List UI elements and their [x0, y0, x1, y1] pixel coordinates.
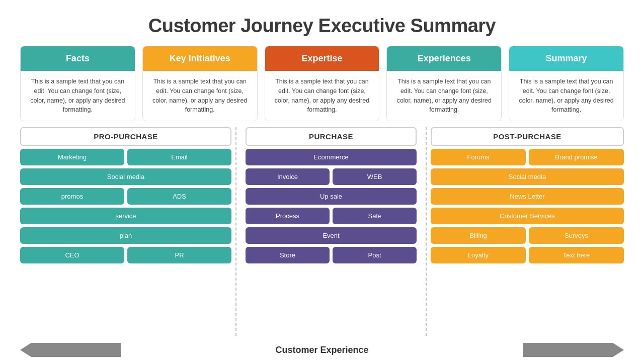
svg-marker-1 — [523, 343, 624, 357]
purchase-section: PURCHASE EcommerceInvoiceWEBUp saleProce… — [240, 127, 422, 336]
btn-pro_purchase-2-1[interactable]: ADS — [127, 188, 231, 205]
btn-post_purchase-2-0[interactable]: News Letter — [431, 188, 624, 205]
btn-post_purchase-3-0[interactable]: Customer Services — [431, 208, 624, 224]
svg-marker-0 — [20, 343, 121, 357]
pro_purchase-row-1: Social media — [20, 168, 231, 185]
card-experiences: Experiences This is a sample text that y… — [386, 46, 502, 121]
btn-purchase-0-0[interactable]: Ecommerce — [246, 149, 417, 165]
btn-pro_purchase-0-1[interactable]: Email — [127, 149, 231, 165]
btn-pro_purchase-4-0[interactable]: plan — [20, 227, 231, 244]
card-header-summary: Summary — [509, 46, 623, 71]
arrow-right — [523, 343, 624, 357]
post_purchase-row-4: BillingSurveys — [431, 227, 624, 244]
post_purchase-row-5: LoyaltyText here — [431, 247, 624, 263]
pro_purchase-row-5: CEOPR — [20, 247, 231, 263]
btn-purchase-3-1[interactable]: Sale — [333, 208, 417, 224]
divider-1 — [235, 127, 236, 336]
btn-purchase-5-1[interactable]: Post — [333, 247, 417, 263]
btn-pro_purchase-2-0[interactable]: promos — [20, 188, 124, 205]
card-body-key-initiatives: This is a sample text that you can edit.… — [143, 71, 257, 121]
btn-post_purchase-5-1[interactable]: Text here — [529, 247, 624, 263]
pro_purchase-row-3: service — [20, 208, 231, 224]
customer-experience-label: Customer Experience — [121, 345, 523, 355]
pro-purchase-header: PRO-PURCHASE — [20, 127, 231, 146]
btn-post_purchase-1-0[interactable]: Social media — [431, 168, 624, 185]
card-header-expertise: Expertise — [265, 46, 379, 71]
btn-pro_purchase-5-1[interactable]: PR — [127, 247, 231, 263]
card-header-key-initiatives: Key Initiatives — [143, 46, 257, 71]
purchase-row-2: Up sale — [246, 188, 417, 205]
purchase-header: PURCHASE — [246, 127, 417, 146]
page: Customer Journey Executive Summary Facts… — [0, 0, 644, 362]
card-key-initiatives: Key Initiatives This is a sample text th… — [142, 46, 258, 121]
arrow-area: Customer Experience — [20, 343, 624, 357]
btn-post_purchase-4-0[interactable]: Billing — [431, 227, 526, 244]
btn-purchase-3-0[interactable]: Process — [246, 208, 330, 224]
btn-pro_purchase-3-0[interactable]: service — [20, 208, 231, 224]
card-body-experiences: This is a sample text that you can edit.… — [387, 71, 501, 121]
pro-purchase-section: PRO-PURCHASE MarketingEmailSocial mediap… — [20, 127, 231, 336]
purchase-row-5: StorePost — [246, 247, 417, 263]
card-summary: Summary This is a sample text that you c… — [509, 46, 624, 121]
purchase-row-0: Ecommerce — [246, 149, 417, 165]
card-expertise: Expertise This is a sample text that you… — [265, 46, 380, 121]
card-body-facts: This is a sample text that you can edit.… — [21, 71, 135, 121]
btn-pro_purchase-1-0[interactable]: Social media — [20, 168, 231, 185]
post_purchase-row-2: News Letter — [431, 188, 624, 205]
btn-pro_purchase-5-0[interactable]: CEO — [20, 247, 124, 263]
arrow-left — [20, 343, 121, 357]
btn-purchase-4-0[interactable]: Event — [246, 227, 417, 244]
pro_purchase-row-2: promosADS — [20, 188, 231, 205]
btn-purchase-5-0[interactable]: Store — [246, 247, 330, 263]
card-body-summary: This is a sample text that you can edit.… — [509, 71, 623, 121]
divider-2 — [426, 127, 427, 336]
page-title: Customer Journey Executive Summary — [20, 10, 624, 40]
card-header-facts: Facts — [21, 46, 135, 71]
btn-post_purchase-0-0[interactable]: Forums — [431, 149, 526, 165]
post_purchase-row-0: ForumsBrand promise — [431, 149, 624, 165]
pro_purchase-row-4: plan — [20, 227, 231, 244]
post_purchase-row-3: Customer Services — [431, 208, 624, 224]
btn-post_purchase-4-1[interactable]: Surveys — [529, 227, 624, 244]
btn-purchase-2-0[interactable]: Up sale — [246, 188, 417, 205]
pro_purchase-row-0: MarketingEmail — [20, 149, 231, 165]
purchase-row-4: Event — [246, 227, 417, 244]
post-purchase-header: POST-PURCHASE — [431, 127, 624, 146]
card-header-experiences: Experiences — [387, 46, 501, 71]
purchase-row-1: InvoiceWEB — [246, 168, 417, 185]
cards-row: Facts This is a sample text that you can… — [20, 46, 624, 121]
purchase-row-3: ProcessSale — [246, 208, 417, 224]
btn-post_purchase-5-0[interactable]: Loyalty — [431, 247, 526, 263]
post_purchase-row-1: Social media — [431, 168, 624, 185]
btn-post_purchase-0-1[interactable]: Brand promise — [529, 149, 624, 165]
btn-pro_purchase-0-0[interactable]: Marketing — [20, 149, 124, 165]
btn-purchase-1-1[interactable]: WEB — [333, 168, 417, 185]
card-facts: Facts This is a sample text that you can… — [20, 46, 135, 121]
card-body-expertise: This is a sample text that you can edit.… — [265, 71, 379, 121]
post-purchase-section: POST-PURCHASE ForumsBrand promiseSocial … — [431, 127, 624, 336]
journey-row: PRO-PURCHASE MarketingEmailSocial mediap… — [20, 127, 624, 336]
btn-purchase-1-0[interactable]: Invoice — [246, 168, 330, 185]
